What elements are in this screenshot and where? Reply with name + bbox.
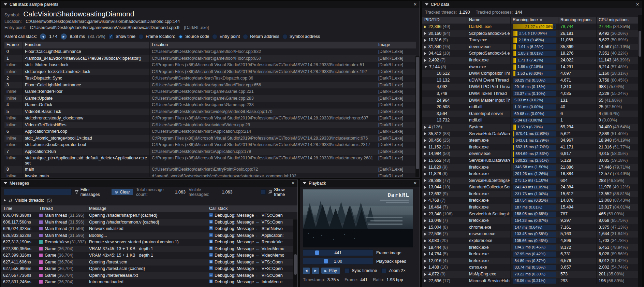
collapse-icon[interactable]	[425, 3, 428, 5]
cpu-process-row[interactable]: 13,044 (10)StandardCollector.Servic242.4…	[422, 184, 642, 191]
expand-arrow-icon[interactable]	[424, 199, 426, 202]
callstack-frame-row[interactable]: inlineinvoke_maind:\agent\_work\63\s\src…	[4, 173, 416, 177]
callstack-frame-row[interactable]: inlineGame::UpdateC:\Users\wolf\Desktop\…	[4, 95, 416, 102]
callstack-frame-row[interactable]: inlineGame::RenderFloorC:\Users\wolf\Des…	[4, 88, 416, 95]
cpu-process-row[interactable]: 34,412 (18)ScriptedSandbox64.exe1.85 s (…	[422, 50, 642, 57]
cpu-process-row[interactable]: 24,964DWM Master Input Threa5.03 ms (0.0…	[422, 97, 642, 104]
cpu-process-row[interactable]: 8,080 (20)explorer.exe105.66 ms (0.46%)4…	[422, 238, 642, 244]
expand-arrow-icon[interactable]	[424, 132, 426, 135]
close-icon[interactable]: ✕	[413, 181, 417, 185]
cpu-process-row[interactable]: 22,396 (49)DarkRL.exe21.27 s (92.06%)78,…	[422, 24, 642, 30]
expand-arrow-icon[interactable]	[424, 26, 426, 28]
cpu-process-row[interactable]: 2,492 (7)firefox.exe1.71 s (7.42%)24,022…	[422, 57, 642, 64]
expand-arrow-icon[interactable]	[424, 179, 426, 182]
callstack-frame-row[interactable]: inlineVideo::GetTicksHiResC:\Users\wolf\…	[4, 122, 416, 129]
message-row[interactable]: 627,399,326nsGame (36,704)VRAM 43x45: 15…	[1, 252, 297, 259]
radio-entry-point[interactable]: Entry point	[212, 34, 240, 39]
playback-speed-slider[interactable]: 1.00	[303, 258, 373, 264]
frame-image-slider[interactable]: 441	[303, 249, 373, 256]
expand-arrow-icon[interactable]	[424, 226, 426, 229]
cpu-process-row[interactable]: 1,488 (10)csrss.exe83.74 ms (0.36%)3,657…	[422, 264, 642, 271]
cpu-process-row[interactable]: 20,508ntdll.dll1.01 ms (0.00%)4025 (62.5…	[422, 104, 642, 111]
expand-arrow-icon[interactable]	[424, 266, 426, 269]
filter-input[interactable]	[4, 189, 72, 195]
cpu-process-row[interactable]: 14,984 (50)devenv.exe584.69 ms (2.53%)6,…	[422, 150, 642, 157]
radio-source-code[interactable]: Source code	[178, 34, 209, 39]
cpu-process-row[interactable]: 10,316 (9)Tracy.exe2.18 s (9.45%)11,0585…	[422, 37, 642, 44]
cpu-process-row[interactable]: 3,748DWM Token Thread23.37 ms (0.10%)4,0…	[422, 90, 642, 97]
callstack-frame-row[interactable]: 6Application::InnerLoopC:\Users\wolf\Des…	[4, 128, 416, 135]
expand-arrow-icon[interactable]	[424, 126, 426, 129]
message-row[interactable]: 627,558,996nsGame (36,704)Opening /fores…	[1, 266, 297, 272]
cpu-process-row[interactable]: 3,564GameInput server69.68 us (0.00%)64 …	[422, 111, 642, 117]
message-row[interactable]: 626,024,328nsMain thread (31,596)Network…	[1, 226, 297, 232]
message-row[interactable]: 627,313,190nsRemoteView (31,392)Remote v…	[1, 239, 297, 246]
callstack-icon[interactable]	[209, 213, 213, 218]
cpu-process-row[interactable]: 13,048 (7)firefox.exe154.28 ms (0.67%)9,…	[422, 217, 642, 224]
cpu-process-row[interactable]: 11,820 (9)firefox.exe346.58 ms (1.50%)21…	[422, 164, 642, 171]
cpu-process-row[interactable]: 30,456 (25)steam.exe643.61 ms (2.79%)34,…	[422, 137, 642, 144]
cpu-process-row[interactable]: 16,464 (7)firefox.exe187 ms (0.81%)15,49…	[422, 204, 642, 211]
show-time-checkbox[interactable]: Show time	[108, 34, 135, 39]
callstack-icon[interactable]	[209, 233, 213, 239]
expand-arrow-icon[interactable]	[424, 153, 426, 155]
callstack-frame-row[interactable]: 7Application::RunC:\Users\wolf\Desktop\d…	[4, 148, 416, 155]
callstack-frame-row[interactable]: inlinestd::atomic<bool>::operator boolC:…	[4, 142, 416, 148]
callstack-icon[interactable]	[209, 273, 213, 278]
message-row[interactable]: 606,117,568nsMain thread (31,596)Opening…	[1, 219, 297, 226]
close-icon[interactable]: ✕	[291, 181, 295, 185]
cpu-process-row[interactable]: 15,652 (43)ServiceHub.DataWarehou580.22 …	[422, 157, 642, 164]
callstack-frame-row[interactable]: inlinestd::unique_ptr<Application,std::d…	[4, 155, 416, 166]
scrollbar-thumb[interactable]	[416, 57, 419, 169]
next-frame-button[interactable]: ▶	[312, 268, 319, 274]
visible-threads-row[interactable]: ⇄ Visible threads: (5)	[1, 197, 297, 205]
callstack-frame-row[interactable]: 0Floor::CalcLightNoLuminanceC:\Users\wol…	[4, 48, 416, 55]
expand-arrow-icon[interactable]	[424, 219, 426, 222]
expand-arrow-icon[interactable]	[424, 260, 426, 262]
collapse-arrow-icon[interactable]	[424, 66, 427, 68]
expand-arrow-icon[interactable]	[424, 233, 426, 235]
callstack-frame-row[interactable]: inlinestd::_Mutex_base::lockC:\Program F…	[4, 62, 416, 69]
show-frame-checkbox[interactable]: Show frame	[261, 187, 295, 197]
cpu-process-row[interactable]: 35,812 (88)ServiceHub.DataWarehou670.41 …	[422, 131, 642, 138]
callstack-icon[interactable]	[209, 246, 213, 252]
expand-arrow-icon[interactable]	[424, 273, 426, 276]
expand-arrow-icon[interactable]	[424, 246, 426, 249]
cpu-process-row[interactable]: 13,132uDWM Event Thread68.29 ms (0.30%)4…	[422, 77, 642, 84]
expand-arrow-icon[interactable]	[424, 279, 426, 282]
play-button[interactable]: ▶ Play	[321, 268, 340, 274]
messages-scrollbar[interactable]	[293, 219, 297, 287]
scrollbar-thumb[interactable]	[294, 254, 297, 274]
message-row[interactable]: 627,380,356nsGame (36,704)VRAM 37x45: 13…	[1, 246, 297, 253]
cpu-process-row[interactable]: 12,016 (4)firefox.exe84.89 ms (0.37%)6,5…	[422, 258, 642, 264]
expand-arrow-icon[interactable]	[424, 186, 426, 189]
scrollbar-thumb[interactable]	[639, 31, 641, 57]
cpu-process-row[interactable]: 13,732ntdll.dll5.84 us (0.00%)10 (0.00%)	[422, 117, 642, 124]
cpu-process-row[interactable]: 11,828 (6)firefox.exe291.26 ms (1.26%)16…	[422, 171, 642, 177]
expand-arrow-icon[interactable]	[424, 139, 426, 142]
cpu-process-row[interactable]: 14,784 (5)firefox.exe97.95 ms (0.42%)6,7…	[422, 251, 642, 258]
radio-symbol-address[interactable]: Symbol address	[282, 34, 320, 39]
radio-return-address[interactable]: Return address	[243, 34, 279, 39]
callstack-scrollbar[interactable]	[415, 56, 420, 177]
cpu-process-row[interactable]: 27,536 (7)msvsmon.exe133.45 ms (0.58%)5,…	[422, 231, 642, 238]
cpu-process-row[interactable]: 27,696 (17)Microsoft.ServiceHub.Co48.06 …	[422, 278, 642, 285]
callstack-icon[interactable]	[209, 266, 213, 272]
callstack-frame-row[interactable]: inlinestd::_Atomic_storage<bool,1>::load…	[4, 135, 416, 142]
cpu-process-row[interactable]: 12,692 (9)firefox.exe231.76 ms (1.00%)15…	[422, 191, 642, 198]
callstack-icon[interactable]	[209, 253, 213, 258]
prev-frame-button[interactable]: ◀	[303, 268, 310, 274]
cpu-process-row[interactable]: 11,152 (12)firefox.exe632.15 ms (2.74%)4…	[422, 144, 642, 151]
expand-arrow-icon[interactable]	[424, 213, 426, 215]
cpu-process-row[interactable]: 30,160 (84)ScriptedSandbox64.exe2.51 s (…	[422, 30, 642, 37]
cpu-process-row[interactable]: 31,340 (75)devenv.exe1.91 s (8.26%)35,36…	[422, 44, 642, 51]
callstack-frame-row[interactable]: 2TaskDispatch::SyncC:\Users\wolf\Desktop…	[4, 75, 416, 82]
callstack-frame-row[interactable]: 8mainC:\Users\wolf\Desktop\darkrl\src\En…	[4, 166, 416, 173]
collapse-icon[interactable]	[4, 182, 7, 184]
callstack-frame-row[interactable]: 1<lambda_84a19dc444fae966ca174e83e708bdc…	[4, 55, 416, 62]
close-icon[interactable]: ✕	[413, 2, 417, 6]
message-row[interactable]: 626,833,622nsMain thread (31,596)Booting…	[1, 232, 297, 239]
cpu-process-row[interactable]: 4,092DWM LPC Port Thread29.16 ms (0.13%)…	[422, 84, 642, 90]
message-row[interactable]: 606,049,398nsMain thread (31,596)Opening…	[1, 212, 297, 219]
message-row[interactable]: 627,411,606nsGame (36,704)Opening /fores…	[1, 259, 297, 266]
